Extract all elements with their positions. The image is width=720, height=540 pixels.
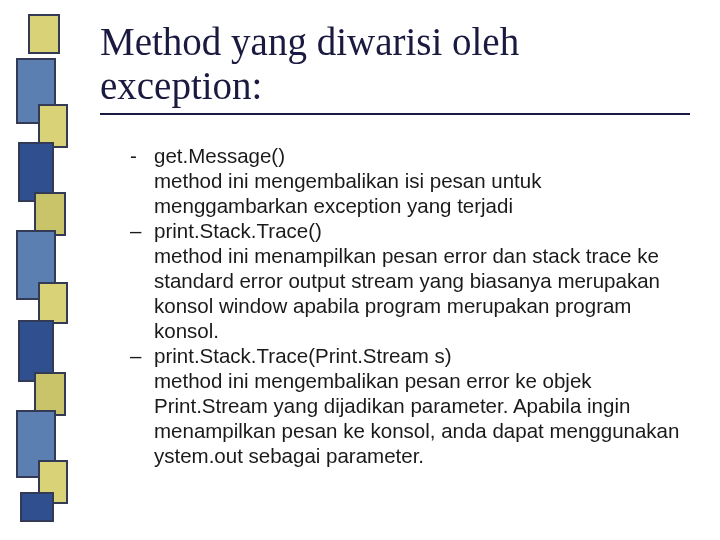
- slide-content: Method yang diwarisi oleh exception: -ge…: [100, 20, 690, 468]
- method-desc: method ini mengembalikan isi pesan untuk…: [154, 168, 690, 218]
- method-name: get.Message(): [154, 143, 690, 168]
- method-list: -get.Message()method ini mengembalikan i…: [130, 143, 690, 468]
- decorative-block: [28, 14, 60, 54]
- item-header: -get.Message(): [130, 143, 690, 168]
- decorative-block: [38, 282, 68, 324]
- method-name: print.Stack.Trace(): [154, 218, 690, 243]
- decorative-block: [20, 492, 54, 522]
- list-item: –print.Stack.Trace(Print.Stream s)method…: [130, 343, 690, 468]
- slide-title: Method yang diwarisi oleh exception:: [100, 20, 690, 115]
- decorative-sidebar: [16, 14, 74, 524]
- method-name: print.Stack.Trace(Print.Stream s): [154, 343, 690, 368]
- item-header: –print.Stack.Trace(Print.Stream s): [130, 343, 690, 368]
- list-item: –print.Stack.Trace()method ini menampilk…: [130, 218, 690, 343]
- item-header: –print.Stack.Trace(): [130, 218, 690, 243]
- method-desc: method ini menampilkan pesan error dan s…: [154, 243, 690, 343]
- bullet: -: [130, 143, 154, 168]
- bullet: –: [130, 343, 154, 368]
- method-desc: method ini mengembalikan pesan error ke …: [154, 368, 690, 468]
- bullet: –: [130, 218, 154, 243]
- list-item: -get.Message()method ini mengembalikan i…: [130, 143, 690, 218]
